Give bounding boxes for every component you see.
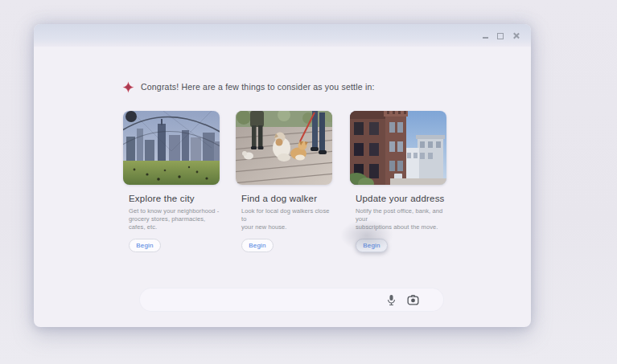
begin-button-dog-walker[interactable]: Begin	[241, 239, 274, 252]
brick-apartment-building-photo[interactable]	[350, 111, 446, 185]
card-description: Look for local dog walkers close to your…	[241, 207, 334, 231]
greeting-header: Congrats! Here are a few things to consi…	[122, 80, 375, 93]
microphone-icon[interactable]	[385, 294, 397, 306]
maximize-button[interactable]	[496, 31, 504, 39]
hover-halo	[340, 219, 393, 252]
window-titlebar	[34, 24, 531, 47]
city-skyline-park-photo[interactable]	[123, 111, 220, 185]
maximize-icon	[497, 33, 504, 39]
assistant-spark-icon	[122, 81, 134, 93]
camera-icon[interactable]	[407, 294, 419, 306]
suggestion-card-dog-walker: Find a dog walker Look for local dog wal…	[236, 111, 334, 252]
close-button[interactable]	[512, 31, 520, 39]
card-title: Update your address	[356, 194, 448, 203]
assistant-input-bar[interactable]	[139, 288, 444, 312]
card-description: Get to know your neighborhood - grocery …	[129, 207, 221, 231]
app-window: Congrats! Here are a few things to consi…	[34, 24, 531, 327]
greeting-text: Congrats! Here are a few things to consi…	[141, 82, 375, 92]
desktop-background: Congrats! Here are a few things to consi…	[0, 0, 617, 364]
minimize-icon	[483, 37, 488, 39]
card-title: Find a dog walker	[241, 194, 334, 203]
begin-button-explore-city[interactable]: Begin	[129, 239, 161, 252]
window-controls	[481, 24, 520, 47]
minimize-button[interactable]	[481, 31, 489, 39]
dogs-on-boardwalk-photo[interactable]	[236, 111, 332, 185]
card-title: Explore the city	[129, 194, 221, 203]
suggestion-card-explore-city: Explore the city Get to know your neighb…	[123, 111, 221, 252]
close-icon	[512, 32, 520, 39]
